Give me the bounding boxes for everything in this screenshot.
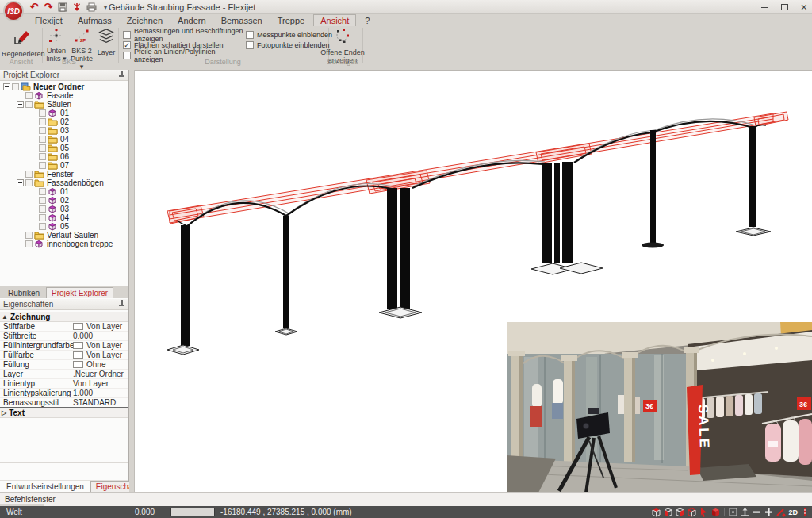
tree-checkbox[interactable] xyxy=(39,214,46,221)
point-display-icon[interactable] xyxy=(728,507,738,517)
tree-checkbox[interactable] xyxy=(25,92,33,99)
property-row[interactable]: Stiftbreite 0.000 xyxy=(0,332,128,341)
tree-item[interactable]: 03 xyxy=(0,126,128,135)
tree-checkbox[interactable] xyxy=(25,179,33,186)
checkbox[interactable] xyxy=(123,31,131,39)
tab-bemassen[interactable]: Bemassen xyxy=(215,15,269,27)
tab-entwurfseinstellungen[interactable]: Entwurfseinstellungen xyxy=(2,482,89,492)
undo-icon[interactable]: ↶ xyxy=(29,2,40,13)
close-button[interactable]: × xyxy=(801,3,807,11)
tree-expander-icon[interactable] xyxy=(17,179,24,186)
tree-item[interactable]: 01 xyxy=(0,109,128,117)
tree-checkbox[interactable] xyxy=(25,240,33,247)
tree-checkbox[interactable] xyxy=(39,223,46,230)
flexijet-logo-icon[interactable]: f3D xyxy=(3,1,24,21)
tree-checkbox[interactable] xyxy=(39,127,46,134)
property-value[interactable]: Von Layer xyxy=(86,322,122,331)
tree-checkbox[interactable] xyxy=(39,109,46,117)
tree-checkbox[interactable] xyxy=(12,83,19,90)
property-row[interactable]: Füllung Ohne xyxy=(0,360,128,370)
tree-checkbox[interactable] xyxy=(39,118,46,125)
tree-item[interactable]: 02 xyxy=(0,117,128,126)
tree-expander-icon[interactable] xyxy=(17,101,24,108)
tree-checkbox[interactable] xyxy=(39,153,46,160)
tab-projekt-explorer[interactable]: Projekt Explorer xyxy=(46,287,113,298)
tree-item[interactable]: Fassadenbögen xyxy=(0,178,128,187)
print-icon[interactable] xyxy=(86,2,97,13)
tree-checkbox[interactable] xyxy=(39,136,46,143)
property-label-layer[interactable]: Layer xyxy=(3,370,73,378)
tab-help[interactable]: ? xyxy=(358,15,376,27)
view-cube-side-icon[interactable] xyxy=(675,507,685,517)
property-value[interactable]: .Neuer Ordner xyxy=(73,370,124,378)
tab-ansicht[interactable]: Ansicht xyxy=(313,14,356,26)
tab-flexijet[interactable]: Flexijet xyxy=(29,15,69,27)
pin-icon[interactable] xyxy=(118,300,125,309)
tree-item[interactable]: 06 xyxy=(0,152,128,161)
status-input-field[interactable] xyxy=(170,508,215,516)
property-row[interactable]: Linientypskalierung 1.000 xyxy=(0,389,128,398)
command-window-bar[interactable]: Befehlsfenster xyxy=(0,492,812,506)
redo-icon[interactable]: ↷ xyxy=(43,2,54,13)
drawing-viewport[interactable]: 3€ 3€ SALE xyxy=(135,70,812,492)
property-value[interactable]: STANDARD xyxy=(73,398,116,407)
zoom-in-icon[interactable] xyxy=(764,507,774,517)
property-value[interactable]: 0.000 xyxy=(73,332,93,340)
regenerate-button[interactable]: Regenerieren xyxy=(2,28,41,58)
property-row[interactable]: Bemassungsstil STANDARD xyxy=(0,398,128,408)
select-arrow-icon[interactable] xyxy=(699,507,709,517)
property-group-text[interactable]: ▷ Text xyxy=(0,408,128,418)
tab-treppe[interactable]: Treppe xyxy=(271,15,311,27)
tree-item[interactable]: Verlauf Säulen xyxy=(0,231,128,240)
tree-expander-icon[interactable] xyxy=(3,83,10,90)
tree-item[interactable]: 01 xyxy=(0,187,128,196)
color-swatch[interactable] xyxy=(73,361,83,368)
tree-checkbox[interactable] xyxy=(25,232,33,239)
plumb-tool-icon[interactable] xyxy=(71,2,82,13)
view-cube-top-icon[interactable] xyxy=(651,507,661,517)
property-value[interactable]: 1.000 xyxy=(73,389,93,397)
tree-item[interactable]: 05 xyxy=(0,222,128,231)
pin-icon[interactable] xyxy=(118,71,125,79)
color-swatch[interactable] xyxy=(73,342,83,349)
tree-checkbox[interactable] xyxy=(39,144,46,152)
tree-checkbox[interactable] xyxy=(39,188,46,195)
property-row[interactable]: Layer .Neuer Ordner xyxy=(0,370,128,379)
property-row[interactable]: Füllhintergrundfarbe Von Layer xyxy=(0,341,128,351)
level-indicator-icon[interactable] xyxy=(800,507,810,517)
tree-item[interactable]: Neuer Ordner xyxy=(0,82,128,91)
color-swatch[interactable] xyxy=(73,351,83,359)
layer-button[interactable]: Layer xyxy=(96,28,117,56)
property-row[interactable]: Linientyp Von Layer xyxy=(0,379,128,389)
property-row[interactable]: Füllfarbe Von Layer xyxy=(0,351,128,360)
color-swatch[interactable] xyxy=(73,323,83,330)
tree-checkbox[interactable] xyxy=(39,197,46,204)
panel-splitter[interactable] xyxy=(129,70,135,492)
view-cube-front-icon[interactable] xyxy=(663,507,673,517)
property-value[interactable]: Von Layer xyxy=(86,351,122,359)
tab-rubriken[interactable]: Rubriken xyxy=(3,288,44,298)
mode-2d-toggle[interactable]: 2D xyxy=(787,508,799,516)
tree-item[interactable]: 02 xyxy=(0,196,128,205)
tree-item[interactable]: Fenster xyxy=(0,170,128,178)
property-value[interactable]: Von Layer xyxy=(73,379,109,388)
tree-item[interactable]: 07 xyxy=(0,161,128,170)
view-cube-iso-icon[interactable] xyxy=(687,507,697,517)
coordinate-system-label[interactable]: Welt xyxy=(6,508,22,516)
property-value[interactable]: Ohne xyxy=(86,360,105,369)
tree-checkbox[interactable] xyxy=(25,171,33,178)
tree-item[interactable]: Fasade xyxy=(0,91,128,100)
minimize-button[interactable] xyxy=(761,7,768,8)
solid-cube-icon[interactable] xyxy=(710,507,721,517)
tree-item[interactable]: innenbogen treppe xyxy=(0,240,128,248)
tree-checkbox[interactable] xyxy=(39,162,46,169)
checkbox[interactable] xyxy=(246,31,254,39)
zoom-out-icon[interactable] xyxy=(752,507,762,517)
property-value[interactable]: Von Layer xyxy=(86,341,122,350)
save-icon[interactable] xyxy=(57,2,68,13)
tree-item[interactable]: 05 xyxy=(0,144,128,152)
tree-item[interactable]: 03 xyxy=(0,205,128,213)
checkbox[interactable] xyxy=(246,41,254,49)
property-row[interactable]: Stiftfarbe Von Layer xyxy=(0,322,128,332)
tree-item[interactable]: 04 xyxy=(0,135,128,144)
